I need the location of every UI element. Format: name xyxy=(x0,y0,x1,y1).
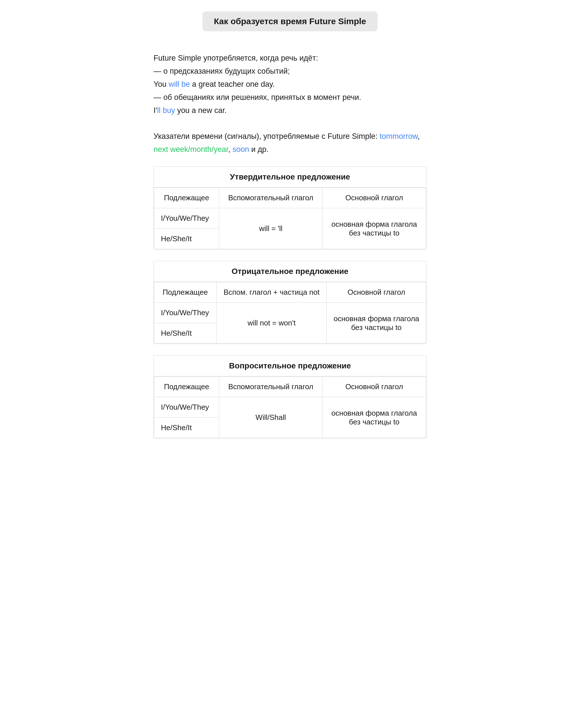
title-container: Как образуется время Future Simple xyxy=(154,11,426,42)
affirmative-header-row: Подлежащее Вспомогательный глагол Основн… xyxy=(154,188,426,208)
negative-subject1: I/You/We/They xyxy=(154,303,217,323)
intro-text-block: Future Simple употребляется, когда речь … xyxy=(154,52,426,156)
question-header-row: Подлежащее Вспомогательный глагол Основн… xyxy=(154,376,426,397)
affirmative-main-verb: основная форма глагола без частицы to xyxy=(323,208,426,249)
negative-col3-header: Основной глагол xyxy=(327,282,426,303)
question-table: Подлежащее Вспомогательный глагол Основн… xyxy=(154,376,426,438)
intro-line3: You will be a great teacher one day. xyxy=(154,78,426,91)
question-col1-header: Подлежащее xyxy=(154,376,219,397)
affirmative-col3-header: Основной глагол xyxy=(323,188,426,208)
affirmative-col1-header: Подлежащее xyxy=(154,188,219,208)
affirmative-subject1: I/You/We/They xyxy=(154,208,219,229)
affirmative-section: Утвердительное предложение Подлежащее Вс… xyxy=(154,166,426,250)
question-subject2: He/She/It xyxy=(154,418,219,438)
intro-line6: Указатели времени (сигналы), употребляем… xyxy=(154,130,426,156)
question-aux-verb: Will/Shall xyxy=(219,397,323,438)
intro-line1: Future Simple употребляется, когда речь … xyxy=(154,52,426,65)
question-col2-header: Вспомогательный глагол xyxy=(219,376,323,397)
negative-main-verb: основная форма глагола без частицы to xyxy=(327,303,426,344)
negative-aux-verb: will not = won't xyxy=(216,303,327,344)
page-title: Как образуется время Future Simple xyxy=(214,17,366,26)
intro-line4: — об обещаниях или решениях, принятых в … xyxy=(154,91,426,104)
question-subject1: I/You/We/They xyxy=(154,397,219,418)
page-title-box: Как образуется время Future Simple xyxy=(202,11,378,31)
affirmative-title: Утвердительное предложение xyxy=(154,167,426,187)
affirmative-table: Подлежащее Вспомогательный глагол Основн… xyxy=(154,187,426,249)
affirmative-subject1-row: I/You/We/They will = 'll основная форма … xyxy=(154,208,426,229)
intro-line5: I'll buy you a new car. xyxy=(154,104,426,117)
negative-subject1-row: I/You/We/They will not = won't основная … xyxy=(154,303,426,323)
question-title: Вопросительное предложение xyxy=(154,356,426,376)
negative-header-row: Подлежащее Вспом. глагол + частица not О… xyxy=(154,282,426,303)
negative-col2-header: Вспом. глагол + частица not xyxy=(216,282,327,303)
negative-table: Подлежащее Вспом. глагол + частица not О… xyxy=(154,282,426,344)
negative-subject2: He/She/It xyxy=(154,323,217,344)
affirmative-col2-header: Вспомогательный глагол xyxy=(219,188,323,208)
affirmative-subject2: He/She/It xyxy=(154,229,219,249)
negative-title: Отрицательное предложение xyxy=(154,261,426,282)
question-main-verb: основная форма глагола без частицы to xyxy=(323,397,426,438)
question-subject1-row: I/You/We/They Will/Shall основная форма … xyxy=(154,397,426,418)
affirmative-aux-verb: will = 'll xyxy=(219,208,323,249)
question-section: Вопросительное предложение Подлежащее Вс… xyxy=(154,355,426,438)
negative-col1-header: Подлежащее xyxy=(154,282,217,303)
question-col3-header: Основной глагол xyxy=(323,376,426,397)
intro-line2: — о предсказаниях будущих событий; xyxy=(154,65,426,78)
negative-section: Отрицательное предложение Подлежащее Всп… xyxy=(154,261,426,344)
